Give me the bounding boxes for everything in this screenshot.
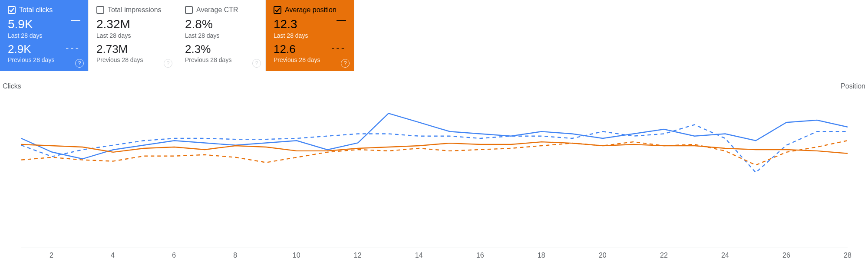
checkbox-unchecked-icon bbox=[185, 6, 193, 14]
x-tick-label: 18 bbox=[538, 252, 545, 259]
metric-card-title: Total impressions bbox=[108, 6, 162, 14]
x-tick-label: 6 bbox=[172, 252, 176, 259]
x-tick-label: 10 bbox=[293, 252, 300, 259]
y-axis-right-label: Position bbox=[841, 82, 865, 90]
metric-period-current: Last 28 days bbox=[274, 32, 346, 39]
metric-card-title: Total clicks bbox=[19, 6, 53, 14]
x-tick-label: 2 bbox=[50, 252, 53, 259]
help-icon[interactable]: ? bbox=[75, 59, 84, 68]
x-tick-label: 8 bbox=[233, 252, 237, 259]
metric-period-current: Last 28 days bbox=[8, 32, 80, 39]
checkbox-checked-icon bbox=[274, 6, 281, 14]
x-tick-label: 14 bbox=[415, 252, 423, 259]
x-tick-label: 12 bbox=[354, 252, 362, 259]
metric-period-previous: Previous 28 days bbox=[274, 56, 346, 63]
metric-period-previous: Previous 28 days bbox=[96, 56, 169, 63]
chart-area bbox=[21, 93, 848, 248]
svg-rect-0 bbox=[8, 7, 15, 13]
help-icon[interactable]: ? bbox=[341, 59, 350, 68]
legend-solid-icon bbox=[337, 20, 346, 21]
metric-card-title: Average position bbox=[285, 6, 337, 14]
metric-value-current: 5.9K bbox=[8, 18, 80, 30]
metric-card-title: Average CTR bbox=[196, 6, 238, 14]
metric-value-previous: 2.73M bbox=[96, 43, 169, 55]
svg-rect-2 bbox=[185, 7, 192, 13]
x-tick-label: 16 bbox=[476, 252, 484, 259]
help-icon[interactable]: ? bbox=[164, 59, 172, 68]
metric-period-previous: Previous 28 days bbox=[8, 56, 80, 63]
x-tick-label: 26 bbox=[782, 252, 790, 259]
metric-value-previous: 2.3% bbox=[185, 43, 257, 55]
x-tick-label: 28 bbox=[844, 252, 851, 259]
metric-value-current: 12.3 bbox=[274, 18, 346, 30]
x-tick-label: 20 bbox=[599, 252, 607, 259]
metric-card-total-clicks[interactable]: Total clicks5.9KLast 28 days2.9KPrevious… bbox=[0, 0, 89, 71]
chart-series-line bbox=[21, 142, 848, 154]
legend-solid-icon bbox=[71, 20, 80, 21]
x-tick-label: 4 bbox=[111, 252, 115, 259]
metric-value-current: 2.32M bbox=[96, 18, 169, 30]
metric-period-current: Last 28 days bbox=[96, 32, 169, 39]
metric-period-current: Last 28 days bbox=[185, 32, 257, 39]
checkbox-checked-icon bbox=[8, 6, 16, 14]
svg-rect-3 bbox=[274, 7, 281, 13]
help-icon[interactable]: ? bbox=[252, 59, 261, 68]
metric-card-average-ctr[interactable]: Average CTR2.8%Last 28 days2.3%Previous … bbox=[177, 0, 266, 71]
svg-rect-1 bbox=[97, 7, 104, 13]
checkbox-unchecked-icon bbox=[96, 6, 104, 14]
metric-card-total-impressions[interactable]: Total impressions2.32MLast 28 days2.73MP… bbox=[89, 0, 177, 71]
x-tick-label: 22 bbox=[660, 252, 668, 259]
y-axis-left-label: Clicks bbox=[3, 82, 21, 90]
metric-period-previous: Previous 28 days bbox=[185, 56, 257, 63]
metric-card-average-position[interactable]: Average position12.3Last 28 days12.6Prev… bbox=[266, 0, 354, 71]
metric-value-current: 2.8% bbox=[185, 18, 257, 30]
x-tick-label: 24 bbox=[721, 252, 729, 259]
